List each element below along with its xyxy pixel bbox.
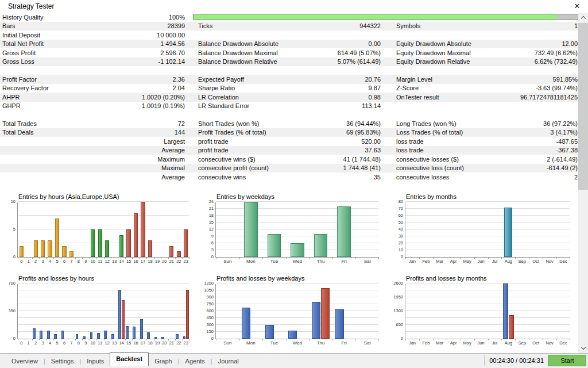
stat-value: 0.00: [299, 40, 381, 47]
x-axis-tick: [118, 257, 118, 259]
profit-bar: [335, 309, 343, 339]
tab-backtest[interactable]: Backtest: [110, 352, 149, 366]
x-axis-label: 21: [168, 259, 175, 264]
scrollbar-thumb[interactable]: [578, 23, 588, 190]
loss-bar: [509, 315, 514, 339]
x-axis-label: Apr: [447, 340, 461, 346]
y-axis-label: 6: [199, 240, 214, 246]
x-axis-tick: [433, 339, 434, 340]
x-axis-tick: [262, 339, 263, 340]
gridline: [18, 201, 189, 202]
stat-value: 12.00: [495, 40, 578, 47]
x-axis-label: 15: [125, 340, 132, 346]
x-axis-tick: [183, 339, 183, 340]
y-axis-label: 50: [388, 220, 403, 225]
gridline: [18, 317, 189, 318]
tab-overview[interactable]: Overview: [6, 355, 44, 367]
start-button[interactable]: Start: [548, 355, 586, 366]
stat-value: 2.04: [103, 85, 185, 91]
gridline: [18, 229, 189, 229]
x-axis-tick: [309, 339, 310, 340]
x-axis-label: Wed: [286, 259, 310, 264]
stat-label: LR Standard Error: [198, 102, 299, 109]
scroll-up-icon[interactable]: [578, 13, 588, 22]
x-axis-tick: [39, 339, 40, 340]
x-axis-label: Sep: [515, 259, 529, 264]
x-axis-tick: [96, 339, 97, 340]
y-axis-label: 1050: [199, 288, 214, 293]
tab-settings[interactable]: Settings: [45, 355, 80, 367]
stat-label: consecutive wins: [198, 174, 299, 181]
x-axis-label: 7: [68, 340, 75, 346]
x-axis-tick: [168, 339, 169, 340]
profit-bar: [76, 334, 79, 339]
gridline: [405, 297, 570, 297]
x-axis-label: 13: [111, 259, 118, 264]
stat-row: Maximalconsecutive profit (count)1 744.4…: [0, 164, 579, 173]
stat-row: Total Deals144Profit Trades (% of total)…: [0, 128, 579, 137]
stat-value: 10 000.00: [103, 32, 185, 39]
entries-bar: [48, 240, 52, 257]
x-axis-label: Feb: [419, 340, 433, 346]
stat-label: GHPR: [2, 102, 103, 109]
x-axis-label: Wed: [286, 340, 310, 346]
x-axis-tick: [47, 257, 47, 259]
x-axis-label: Nov: [543, 340, 556, 346]
y-axis-label: 1950: [388, 294, 403, 300]
plot-area: 03691215182124SunMonTueWedThuFriSat: [215, 202, 378, 258]
x-axis-tick: [104, 257, 105, 259]
stat-label: Symbols: [396, 22, 495, 29]
gridline: [216, 215, 378, 216]
x-axis-tick: [32, 339, 33, 340]
stat-label: AHPR: [2, 94, 103, 101]
gridline: [18, 310, 189, 311]
x-axis-tick: [25, 339, 25, 340]
tab-graph[interactable]: Graph: [149, 355, 178, 367]
gridline: [216, 201, 378, 202]
x-axis-label: 20: [161, 259, 168, 264]
x-axis-label: 1: [25, 340, 32, 346]
profit-bar: [33, 328, 36, 339]
x-axis-label: May: [461, 259, 474, 264]
stat-label: Total Trades: [2, 120, 103, 127]
close-icon[interactable]: ✕: [572, 1, 582, 12]
stat-value: 614.49 (5.07%): [299, 49, 381, 56]
tab-journal[interactable]: Journal: [212, 355, 245, 367]
x-axis-tick: [146, 339, 147, 340]
profit-bar: [47, 331, 50, 339]
profit-bar: [111, 334, 114, 339]
x-axis-tick: [39, 257, 40, 259]
stat-row: AHPR1.0020 (0.20%)LR Correlation0.98OnTe…: [0, 93, 579, 102]
x-axis-label: Jun: [474, 259, 488, 264]
stat-value: 37.63: [299, 147, 381, 154]
x-axis-label: Apr: [447, 259, 461, 264]
x-axis-label: Oct: [529, 259, 543, 264]
profit-bar: [40, 331, 42, 339]
stat-value: -367.38: [495, 147, 578, 154]
profit-bar: [147, 332, 150, 339]
tab-agents[interactable]: Agents: [180, 355, 211, 367]
x-axis-tick: [53, 339, 54, 340]
x-axis-label: Sun: [216, 340, 239, 346]
x-axis-tick: [378, 257, 379, 259]
x-axis-tick: [32, 257, 33, 259]
stat-label: Initial Deposit: [2, 32, 103, 39]
stat-label: Short Trades (won %): [198, 120, 299, 127]
x-axis-label: 19: [154, 259, 161, 264]
stat-value: -487.65: [495, 138, 578, 145]
entries-bar: [169, 246, 173, 257]
stat-value: -3.63 (99.74%): [495, 85, 578, 91]
x-axis-label: Mon: [239, 259, 263, 264]
y-axis-label: 0: [1, 336, 16, 341]
x-axis-tick: [286, 257, 287, 259]
vertical-scrollbar[interactable]: [578, 13, 588, 353]
chart-entries-by-months: Entries by months01020304050607080JanFeb…: [388, 190, 579, 272]
x-axis-label: Dec: [556, 340, 570, 346]
x-axis-label: 12: [104, 259, 111, 264]
tab-inputs[interactable]: Inputs: [81, 355, 110, 367]
x-axis-tick: [239, 339, 240, 340]
x-axis-label: 11: [96, 340, 103, 346]
section-gap: [0, 110, 579, 119]
stat-value: 1 494.56: [103, 40, 185, 47]
scroll-down-icon[interactable]: [578, 343, 588, 353]
